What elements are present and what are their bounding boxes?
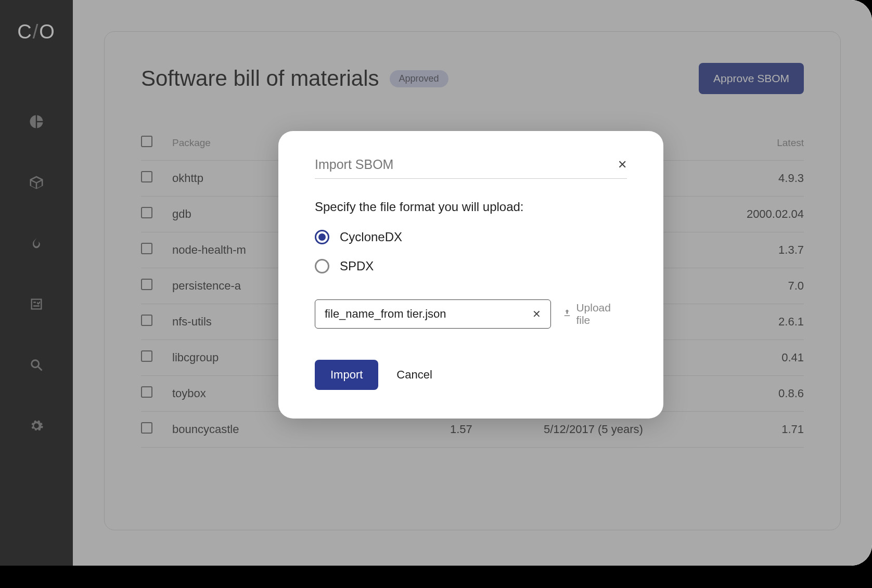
modal-title: Import SBOM (315, 157, 393, 172)
cancel-button[interactable]: Cancel (396, 368, 432, 382)
format-radio-group: CycloneDXSPDX (315, 230, 627, 273)
file-name-input[interactable]: file_name_from tier.json ✕ (315, 299, 551, 329)
modal-prompt: Specify the file format you will upload: (315, 200, 627, 214)
import-button[interactable]: Import (315, 360, 378, 390)
radio-label: CycloneDX (340, 230, 402, 244)
upload-icon (562, 308, 572, 320)
radio-option-spdx[interactable]: SPDX (315, 259, 627, 273)
import-sbom-modal: Import SBOM ✕ Specify the file format yo… (278, 131, 663, 419)
file-name-text: file_name_from tier.json (325, 307, 446, 321)
clear-file-icon[interactable]: ✕ (532, 308, 541, 320)
radio-icon (315, 230, 329, 244)
close-icon[interactable]: ✕ (618, 158, 627, 172)
radio-option-cyclonedx[interactable]: CycloneDX (315, 230, 627, 244)
radio-icon (315, 259, 329, 273)
upload-file-label: Upload file (576, 302, 627, 326)
upload-file-button[interactable]: Upload file (562, 302, 627, 326)
radio-label: SPDX (340, 259, 374, 273)
